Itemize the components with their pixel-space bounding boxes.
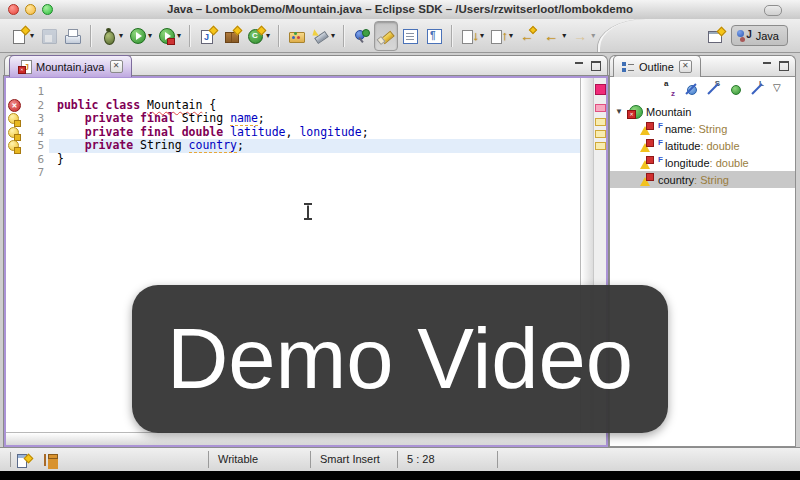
editor-maximize-icon[interactable] (591, 61, 601, 71)
perspective-switcher: Java (707, 25, 792, 46)
new-class-dropdown-arrow[interactable]: ▾ (266, 31, 270, 40)
overview-warning-marker[interactable] (595, 142, 606, 150)
quickfix-bulb-icon[interactable] (6, 126, 22, 140)
new-class-button[interactable]: ▾ (244, 21, 273, 51)
save-icon (40, 27, 58, 45)
search-dropdown-arrow[interactable]: ▾ (331, 31, 335, 40)
outline-minimize-icon[interactable] (762, 61, 772, 71)
forward-icon (572, 27, 590, 45)
open-perspective-icon[interactable] (707, 27, 725, 45)
mark-occurrences-button[interactable] (374, 21, 398, 51)
previous-annotation-icon (490, 27, 508, 45)
quickfix-bulb-icon[interactable] (6, 139, 22, 153)
error-marker-icon[interactable] (6, 99, 22, 113)
expand-arrow-icon[interactable]: ▼ (615, 107, 627, 116)
tab-outline[interactable]: Outline ✕ (613, 55, 701, 77)
outline-maximize-icon[interactable] (779, 61, 789, 71)
print-icon (64, 27, 82, 45)
last-edit-location-button[interactable] (516, 21, 540, 51)
new-wizard-button[interactable]: ▾ (8, 21, 37, 51)
run-external-tools-icon (158, 27, 176, 45)
ibeam-cursor (303, 203, 313, 220)
code-line[interactable]: 7 (6, 166, 580, 180)
java-perspective-button[interactable]: Java (731, 25, 788, 46)
print-button[interactable] (61, 21, 85, 51)
outline-close-icon[interactable]: ✕ (679, 60, 692, 73)
new-java-project-button[interactable] (196, 21, 220, 51)
debug-button[interactable]: ▾ (97, 21, 126, 51)
run-button[interactable]: ▾ (126, 21, 155, 51)
bottom-black-strip (0, 471, 800, 480)
class-error-icon (627, 105, 642, 119)
insert-mode-status: Smart Insert (320, 453, 380, 465)
run-external-tools-button[interactable]: ▾ (155, 21, 184, 51)
gutter (6, 153, 22, 167)
previous-annotation-button[interactable]: ▾ (487, 21, 516, 51)
back-dropdown-arrow[interactable]: ▾ (562, 31, 566, 40)
line-number: 1 (22, 85, 49, 99)
new-package-button[interactable] (220, 21, 244, 51)
hide-local-types-icon[interactable] (750, 82, 764, 96)
search-button[interactable]: ▾ (309, 21, 338, 51)
forward-dropdown-arrow[interactable]: ▾ (591, 31, 595, 40)
show-whitespace-icon (425, 27, 443, 45)
horizontal-scrollbar[interactable] (6, 432, 606, 445)
code-line[interactable]: 4 private final double latitude, longitu… (6, 126, 580, 140)
code-line[interactable]: 5 private String country; (6, 139, 580, 153)
field-warning-icon (640, 122, 655, 135)
outline-view-icon (622, 61, 634, 73)
outline-item-country[interactable]: country : String (610, 171, 795, 188)
view-tray-icon[interactable] (42, 452, 58, 468)
code-line[interactable]: 6} (6, 153, 580, 167)
outline-label: name (665, 123, 693, 135)
open-type-button[interactable] (285, 21, 309, 51)
line-number: 3 (22, 112, 49, 126)
run-external-tools-dropdown-arrow[interactable]: ▾ (177, 31, 181, 40)
toolbar-toggle-button[interactable] (764, 5, 782, 16)
new-wizard-dropdown-arrow[interactable]: ▾ (30, 31, 34, 40)
new-java-project-icon (199, 27, 217, 45)
open-plugin-artifact-icon (353, 27, 371, 45)
gutter (6, 85, 22, 99)
sort-icon[interactable] (662, 82, 676, 96)
overview-warning-marker[interactable] (595, 118, 606, 126)
outline-label: Mountain (646, 106, 691, 118)
tab-mountain-java[interactable]: Mountain.java ✕ (9, 55, 132, 77)
open-plugin-artifact-button[interactable] (350, 21, 374, 51)
tab-close-icon[interactable]: ✕ (110, 60, 123, 73)
overview-error-marker[interactable] (595, 104, 606, 112)
outline-item-Mountain[interactable]: ▼Mountain (610, 103, 795, 120)
code-text: private String country; (49, 139, 580, 153)
hide-static-icon[interactable] (706, 82, 720, 96)
hide-fields-icon[interactable] (684, 82, 698, 96)
toolbar-separator (343, 25, 345, 47)
outline-item-longitude[interactable]: Flongitude : double (610, 154, 795, 171)
previous-annotation-dropdown-arrow[interactable]: ▾ (509, 31, 513, 40)
back-button[interactable]: ▾ (540, 21, 569, 51)
code-line[interactable]: 1 (6, 85, 580, 99)
fast-view-icon[interactable] (16, 452, 32, 468)
code-text: private final double latitude, longitude… (49, 126, 580, 140)
editor-minimize-icon[interactable] (574, 61, 584, 71)
final-flag: F (658, 138, 663, 147)
overview-status-marker (595, 84, 606, 95)
outline-label: longitude (665, 157, 710, 169)
quickfix-bulb-icon[interactable] (6, 112, 22, 126)
outline-tab-label: Outline (639, 61, 674, 73)
hide-non-public-icon[interactable] (728, 82, 742, 96)
run-dropdown-arrow[interactable]: ▾ (148, 31, 152, 40)
next-annotation-dropdown-arrow[interactable]: ▾ (480, 31, 484, 40)
show-whitespace-button[interactable] (422, 21, 446, 51)
outline-type: : String (692, 123, 727, 135)
code-text: private final String name; (49, 112, 580, 126)
outline-item-latitude[interactable]: Flatitude : double (610, 137, 795, 154)
outline-item-name[interactable]: Fname : String (610, 120, 795, 137)
code-text (49, 166, 580, 180)
code-line[interactable]: 3 private final String name; (6, 112, 580, 126)
next-annotation-button[interactable]: ▾ (458, 21, 487, 51)
view-menu-icon[interactable] (772, 82, 786, 96)
overview-warning-marker[interactable] (595, 130, 606, 138)
debug-dropdown-arrow[interactable]: ▾ (119, 31, 123, 40)
show-selected-element-button[interactable] (398, 21, 422, 51)
code-line[interactable]: 2public class Mountain { (6, 99, 580, 113)
